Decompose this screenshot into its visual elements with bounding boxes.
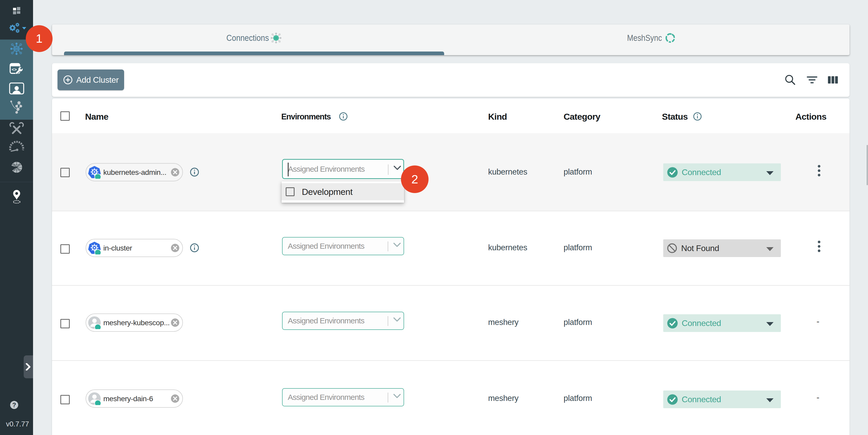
- svg-text:<>: <>: [11, 67, 17, 72]
